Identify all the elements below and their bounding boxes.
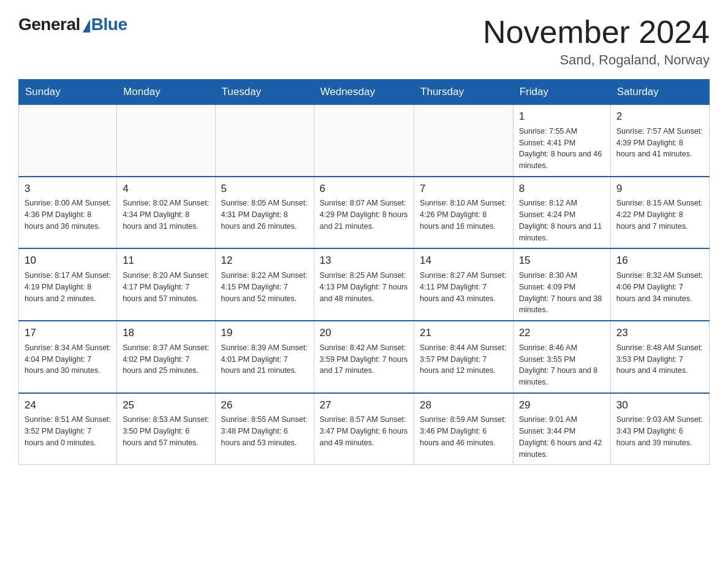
calendar-cell: 24Sunrise: 8:51 AM Sunset: 3:52 PM Dayli… bbox=[19, 393, 117, 465]
calendar-header-tuesday: Tuesday bbox=[215, 80, 314, 105]
calendar-cell: 11Sunrise: 8:20 AM Sunset: 4:17 PM Dayli… bbox=[117, 248, 215, 321]
day-number: 11 bbox=[123, 253, 209, 269]
calendar-cell: 5Sunrise: 8:05 AM Sunset: 4:31 PM Daylig… bbox=[215, 177, 314, 249]
day-info: Sunrise: 8:10 AM Sunset: 4:26 PM Dayligh… bbox=[420, 197, 507, 232]
calendar-cell: 12Sunrise: 8:22 AM Sunset: 4:15 PM Dayli… bbox=[215, 248, 314, 321]
calendar-week-row: 17Sunrise: 8:34 AM Sunset: 4:04 PM Dayli… bbox=[19, 321, 710, 393]
day-info: Sunrise: 8:44 AM Sunset: 3:57 PM Dayligh… bbox=[420, 342, 507, 377]
calendar-cell: 6Sunrise: 8:07 AM Sunset: 4:29 PM Daylig… bbox=[314, 177, 414, 249]
location-subtitle: Sand, Rogaland, Norway bbox=[483, 52, 710, 68]
calendar-week-row: 10Sunrise: 8:17 AM Sunset: 4:19 PM Dayli… bbox=[19, 248, 710, 321]
day-info: Sunrise: 8:15 AM Sunset: 4:22 PM Dayligh… bbox=[616, 197, 703, 232]
calendar-cell: 25Sunrise: 8:53 AM Sunset: 3:50 PM Dayli… bbox=[117, 393, 215, 465]
calendar-week-row: 3Sunrise: 8:00 AM Sunset: 4:36 PM Daylig… bbox=[19, 177, 710, 249]
day-number: 14 bbox=[420, 253, 507, 269]
calendar-cell bbox=[215, 105, 314, 177]
calendar-cell: 7Sunrise: 8:10 AM Sunset: 4:26 PM Daylig… bbox=[414, 177, 514, 249]
day-info: Sunrise: 8:05 AM Sunset: 4:31 PM Dayligh… bbox=[221, 197, 308, 232]
calendar-header-saturday: Saturday bbox=[610, 80, 709, 105]
day-info: Sunrise: 8:59 AM Sunset: 3:46 PM Dayligh… bbox=[420, 414, 507, 448]
day-info: Sunrise: 8:37 AM Sunset: 4:02 PM Dayligh… bbox=[123, 342, 209, 377]
day-info: Sunrise: 8:00 AM Sunset: 4:36 PM Dayligh… bbox=[25, 197, 111, 232]
calendar-header-thursday: Thursday bbox=[414, 80, 514, 105]
calendar-cell: 4Sunrise: 8:02 AM Sunset: 4:34 PM Daylig… bbox=[117, 177, 215, 249]
calendar-cell: 28Sunrise: 8:59 AM Sunset: 3:46 PM Dayli… bbox=[414, 393, 514, 465]
calendar-cell: 22Sunrise: 8:46 AM Sunset: 3:55 PM Dayli… bbox=[513, 321, 610, 393]
logo: General Blue bbox=[18, 15, 127, 34]
day-number: 2 bbox=[616, 109, 703, 124]
day-info: Sunrise: 8:32 AM Sunset: 4:06 PM Dayligh… bbox=[616, 270, 703, 304]
day-number: 30 bbox=[616, 398, 703, 413]
title-section: November 2024 Sand, Rogaland, Norway bbox=[483, 15, 710, 68]
day-info: Sunrise: 8:46 AM Sunset: 3:55 PM Dayligh… bbox=[519, 342, 605, 388]
calendar-cell: 19Sunrise: 8:39 AM Sunset: 4:01 PM Dayli… bbox=[215, 321, 314, 393]
calendar-header-friday: Friday bbox=[513, 80, 610, 105]
day-number: 9 bbox=[616, 182, 703, 197]
day-number: 26 bbox=[221, 398, 308, 413]
calendar-cell: 1Sunrise: 7:55 AM Sunset: 4:41 PM Daylig… bbox=[513, 105, 610, 177]
day-number: 15 bbox=[519, 253, 605, 269]
day-info: Sunrise: 8:55 AM Sunset: 3:48 PM Dayligh… bbox=[221, 414, 308, 448]
calendar-week-row: 1Sunrise: 7:55 AM Sunset: 4:41 PM Daylig… bbox=[19, 105, 710, 177]
day-number: 20 bbox=[320, 326, 409, 341]
day-number: 1 bbox=[519, 109, 605, 124]
calendar-cell: 17Sunrise: 8:34 AM Sunset: 4:04 PM Dayli… bbox=[19, 321, 117, 393]
calendar-cell: 16Sunrise: 8:32 AM Sunset: 4:06 PM Dayli… bbox=[610, 248, 709, 321]
day-number: 8 bbox=[519, 182, 605, 197]
calendar-cell: 23Sunrise: 8:48 AM Sunset: 3:53 PM Dayli… bbox=[610, 321, 709, 393]
day-number: 29 bbox=[519, 398, 605, 413]
day-info: Sunrise: 9:01 AM Sunset: 3:44 PM Dayligh… bbox=[519, 414, 605, 460]
day-info: Sunrise: 8:12 AM Sunset: 4:24 PM Dayligh… bbox=[519, 197, 605, 243]
calendar-cell: 15Sunrise: 8:30 AM Sunset: 4:09 PM Dayli… bbox=[513, 248, 610, 321]
day-number: 4 bbox=[123, 182, 209, 197]
page-header: General Blue November 2024 Sand, Rogalan… bbox=[18, 15, 710, 68]
calendar-header-wednesday: Wednesday bbox=[314, 80, 414, 105]
day-info: Sunrise: 8:30 AM Sunset: 4:09 PM Dayligh… bbox=[519, 270, 605, 316]
logo-triangle-icon bbox=[83, 19, 90, 33]
day-info: Sunrise: 8:17 AM Sunset: 4:19 PM Dayligh… bbox=[25, 270, 111, 304]
day-number: 18 bbox=[123, 326, 209, 341]
day-info: Sunrise: 8:07 AM Sunset: 4:29 PM Dayligh… bbox=[320, 197, 409, 232]
day-info: Sunrise: 8:48 AM Sunset: 3:53 PM Dayligh… bbox=[616, 342, 703, 377]
day-number: 16 bbox=[616, 253, 703, 269]
calendar-header-monday: Monday bbox=[117, 80, 215, 105]
calendar-cell: 27Sunrise: 8:57 AM Sunset: 3:47 PM Dayli… bbox=[314, 393, 414, 465]
day-number: 24 bbox=[25, 398, 111, 413]
day-number: 21 bbox=[420, 326, 507, 341]
day-info: Sunrise: 8:25 AM Sunset: 4:13 PM Dayligh… bbox=[320, 270, 409, 304]
calendar-cell: 9Sunrise: 8:15 AM Sunset: 4:22 PM Daylig… bbox=[610, 177, 709, 249]
day-info: Sunrise: 8:27 AM Sunset: 4:11 PM Dayligh… bbox=[420, 270, 507, 304]
calendar-cell bbox=[314, 105, 414, 177]
day-info: Sunrise: 7:57 AM Sunset: 4:39 PM Dayligh… bbox=[616, 126, 703, 160]
calendar-cell: 20Sunrise: 8:42 AM Sunset: 3:59 PM Dayli… bbox=[314, 321, 414, 393]
day-info: Sunrise: 9:03 AM Sunset: 3:43 PM Dayligh… bbox=[616, 414, 703, 448]
calendar-cell: 21Sunrise: 8:44 AM Sunset: 3:57 PM Dayli… bbox=[414, 321, 514, 393]
calendar-cell: 14Sunrise: 8:27 AM Sunset: 4:11 PM Dayli… bbox=[414, 248, 514, 321]
calendar-cell bbox=[117, 105, 215, 177]
calendar-cell: 18Sunrise: 8:37 AM Sunset: 4:02 PM Dayli… bbox=[117, 321, 215, 393]
calendar-table: SundayMondayTuesdayWednesdayThursdayFrid… bbox=[18, 79, 710, 465]
calendar-cell: 29Sunrise: 9:01 AM Sunset: 3:44 PM Dayli… bbox=[513, 393, 610, 465]
day-info: Sunrise: 8:42 AM Sunset: 3:59 PM Dayligh… bbox=[320, 342, 409, 377]
day-number: 27 bbox=[320, 398, 409, 413]
calendar-cell: 26Sunrise: 8:55 AM Sunset: 3:48 PM Dayli… bbox=[215, 393, 314, 465]
calendar-cell: 30Sunrise: 9:03 AM Sunset: 3:43 PM Dayli… bbox=[610, 393, 709, 465]
day-number: 12 bbox=[221, 253, 308, 269]
day-number: 13 bbox=[320, 253, 409, 269]
calendar-cell: 10Sunrise: 8:17 AM Sunset: 4:19 PM Dayli… bbox=[19, 248, 117, 321]
day-number: 10 bbox=[25, 253, 111, 269]
day-info: Sunrise: 8:20 AM Sunset: 4:17 PM Dayligh… bbox=[123, 270, 209, 304]
day-number: 5 bbox=[221, 182, 308, 197]
day-number: 7 bbox=[420, 182, 507, 197]
calendar-cell bbox=[19, 105, 117, 177]
day-number: 6 bbox=[320, 182, 409, 197]
calendar-cell: 13Sunrise: 8:25 AM Sunset: 4:13 PM Dayli… bbox=[314, 248, 414, 321]
day-number: 22 bbox=[519, 326, 605, 341]
day-number: 3 bbox=[25, 182, 111, 197]
day-info: Sunrise: 8:53 AM Sunset: 3:50 PM Dayligh… bbox=[123, 414, 209, 448]
day-info: Sunrise: 7:55 AM Sunset: 4:41 PM Dayligh… bbox=[519, 126, 605, 172]
day-number: 23 bbox=[616, 326, 703, 341]
day-info: Sunrise: 8:39 AM Sunset: 4:01 PM Dayligh… bbox=[221, 342, 308, 377]
calendar-cell: 3Sunrise: 8:00 AM Sunset: 4:36 PM Daylig… bbox=[19, 177, 117, 249]
calendar-cell: 2Sunrise: 7:57 AM Sunset: 4:39 PM Daylig… bbox=[610, 105, 709, 177]
